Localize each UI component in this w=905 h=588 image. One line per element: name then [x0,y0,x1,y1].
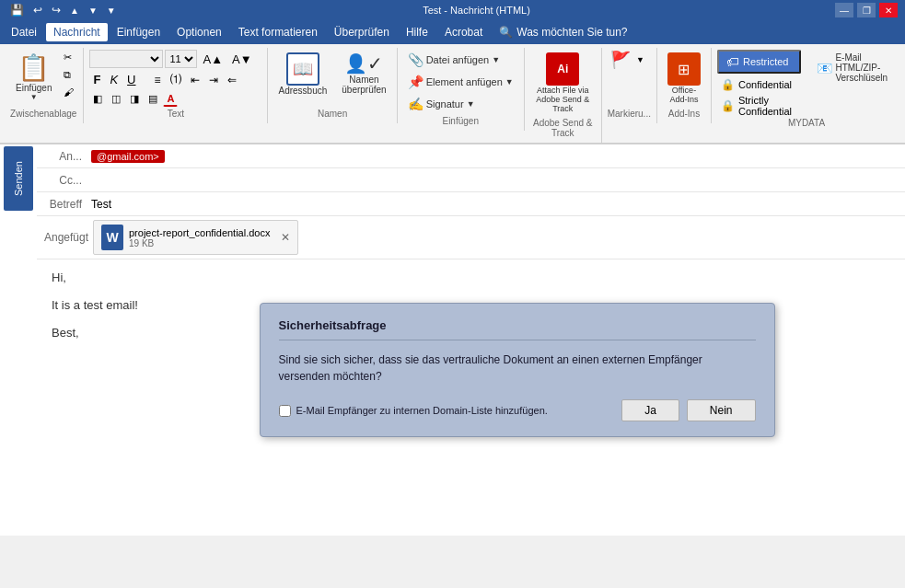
menu-search[interactable]: 🔍 Was möchten Sie tun? [492,23,634,41]
email-to-row: An... @gmail.com> [37,144,905,168]
zwischenablage-label: Zwischenablage [9,109,77,121]
close-button[interactable]: ✕ [879,3,898,17]
flag-icon: 🚩 [610,50,631,70]
office-addins-button[interactable]: ⊞ Office-Add-Ins [663,50,705,107]
minimize-button[interactable]: — [835,3,853,17]
ribbon-group-einfuegen: 📎 Datei anfügen ▼ 📌 Element anfügen ▼ ✍ … [398,48,525,131]
menu-hilfe[interactable]: Hilfe [399,23,435,41]
quick-customize[interactable]: ▼ [104,5,119,17]
quick-undo[interactable]: ↩ [30,3,45,17]
adobe-attach-button[interactable]: Ai Attach File viaAdobe Send & Track [530,50,596,116]
flag-dropdown[interactable]: ▼ [632,53,648,66]
font-grow-button[interactable]: A▲ [199,51,226,68]
adressbuch-button[interactable]: 📖 Adressbuch [273,50,331,98]
font-size-select[interactable]: 11 [165,50,197,68]
quick-up[interactable]: ▲ [67,5,82,17]
italic-button[interactable]: K [106,71,122,88]
namen-ueberpruefen-button[interactable]: 👤✓ Namen überprüfen [337,50,390,98]
ribbon: 📋 Einfügen ▼ ✂ ⧉ 🖌 Zwischenablage [0,44,905,144]
underline-button[interactable]: U [123,71,139,88]
align-right-button[interactable]: ◨ [126,91,143,107]
window-title: Test - Nachricht (HTML) [118,5,835,16]
num-list-button[interactable]: ⑴ [167,70,185,89]
paste-button[interactable]: 📋 Einfügen ▼ [9,50,58,104]
strictly-lock-icon: 🔒 [721,99,735,112]
align-left-button[interactable]: ◧ [89,91,106,107]
align-center-button[interactable]: ◫ [108,91,124,107]
body-line1: Hi, [52,271,890,284]
word-icon: W [101,225,123,250]
menu-acrobat[interactable]: Acrobat [437,23,490,41]
einfuegen-label: Einfügen [403,116,518,129]
security-dialog[interactable]: Sicherheitsabfrage Sind sie sich sicher,… [260,303,775,437]
dialog-buttons: Ja Nein [621,399,755,421]
domain-list-checkbox[interactable] [279,405,291,417]
bold-button[interactable]: F [89,71,104,88]
attachment-filename: project-report_confidential.docx [129,227,270,238]
quick-save[interactable]: 💾 [7,3,27,17]
ribbon-group-addins: ⊞ Office-Add-Ins Add-Ins [657,48,712,123]
justify-button[interactable]: ▤ [145,91,161,107]
decrease-indent-button[interactable]: ⇤ [187,72,203,88]
dialog-footer: E-Mail Empfänger zu internen Domain-List… [279,399,756,421]
ribbon-group-mydata: 🏷 Restricted 🔒 Confidential 🔒 Strictly C… [712,48,901,133]
email-zip-button[interactable]: 📧 E-Mail HTML/ZIP-Verschlüseln [812,50,896,86]
cc-input[interactable] [87,172,905,189]
rtl-button[interactable]: ⇐ [224,72,240,88]
addins-label: Add-Ins [663,109,705,121]
email-cc-row: Cc... [37,168,905,192]
attached-label: Angefügt [44,231,86,244]
mydata-label: MYDATA [717,118,896,131]
attach-file-button[interactable]: 📎 Datei anfügen ▼ [403,50,505,70]
quick-redo[interactable]: ↪ [49,3,64,17]
menu-einfuegen[interactable]: Einfügen [110,23,168,41]
strikethrough-button[interactable] [142,78,149,82]
email-body[interactable]: Hi, It is a test email! Best, Sicherheit… [37,259,905,536]
bullet-list-button[interactable]: ≡ [151,72,165,88]
dialog-no-button[interactable]: Nein [687,399,756,421]
signature-button[interactable]: ✍ Signatur ▼ [403,94,480,114]
confidential-item[interactable]: 🔒 Confidential [717,77,801,92]
email-left: An... @gmail.com> Cc... Betreff Angefügt… [37,144,905,536]
attachment-remove-button[interactable]: ✕ [281,231,290,244]
attach-item-button[interactable]: 📌 Element anfügen ▼ [403,72,518,92]
cut-button[interactable]: ✂ [60,50,77,65]
quick-down[interactable]: ▼ [86,5,100,17]
ribbon-group-markierung: 🚩 ▼ Markieru... [602,48,657,123]
font-shrink-button[interactable]: A▼ [228,51,256,68]
menu-nachricht[interactable]: Nachricht [46,23,108,41]
cc-label: Cc... [37,174,87,187]
office-icon: ⊞ [667,52,701,86]
dialog-message: Sind sie sich sicher, dass sie das vertr… [279,352,756,385]
adobe-icon: Ai [546,52,579,86]
copy-button[interactable]: ⧉ [60,67,77,83]
format-painter-button[interactable]: 🖌 [60,85,77,99]
attachment-row: Angefügt W project-report_confidential.d… [37,216,905,259]
lock-icon: 🔒 [721,78,735,91]
restricted-button[interactable]: 🏷 Restricted [717,50,801,74]
menu-datei[interactable]: Datei [4,23,44,41]
adressbuch-icon: 📖 [286,52,319,86]
font-color-button[interactable]: A [163,91,178,107]
font-select[interactable] [89,50,163,68]
send-button[interactable]: Senden [4,146,33,211]
menu-text-formatieren[interactable]: Text formatieren [231,23,325,41]
ribbon-group-text: 11 A▲ A▼ F K U ≡ ⑴ ⇤ ⇥ ⇐ ◧ ◫ ◨ ▤ A [84,48,268,123]
menu-ueberpruefen[interactable]: Überprüfen [327,23,397,41]
dialog-yes-button[interactable]: Ja [621,399,679,421]
dialog-title: Sicherheitsabfrage [279,318,756,340]
ribbon-group-adobe: Ai Attach File viaAdobe Send & Track Ado… [525,48,602,143]
ribbon-group-zwischenablage: 📋 Einfügen ▼ ✂ ⧉ 🖌 Zwischenablage [4,48,84,123]
menu-optionen[interactable]: Optionen [169,23,229,41]
markierung-label: Markieru... [608,109,651,121]
restore-button[interactable]: ❐ [857,3,876,17]
to-label: An... [37,150,87,163]
attachment-file[interactable]: W project-report_confidential.docx 19 KB… [93,220,298,255]
strictly-confidential-item[interactable]: 🔒 Strictly Confidential [717,94,801,118]
adobe-label: Adobe Send & Track [530,118,596,141]
text-label: Text [89,109,261,121]
subject-input[interactable] [87,196,905,213]
increase-indent-button[interactable]: ⇥ [205,72,222,88]
checkbox-label: E-Mail Empfänger zu internen Domain-List… [296,405,548,416]
ribbon-group-namen: 📖 Adressbuch 👤✓ Namen überprüfen Namen [268,48,397,123]
